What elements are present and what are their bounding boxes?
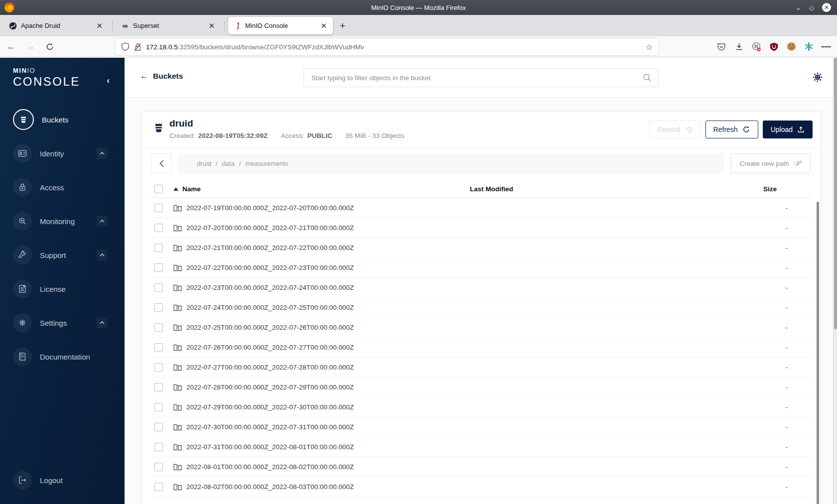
table-row[interactable]: 2022-07-29T00:00:00.000Z_2022-07-30T00:0… bbox=[151, 397, 811, 417]
breadcrumb-back-button[interactable] bbox=[151, 153, 171, 173]
ublock-icon[interactable] bbox=[769, 42, 779, 52]
table-row[interactable]: 2022-07-20T00:00:00.000Z_2022-07-21T00:0… bbox=[151, 218, 811, 238]
new-tab-button[interactable]: + bbox=[340, 20, 345, 31]
table-row[interactable]: 2022-07-26T00:00:00.000Z_2022-07-27T00:0… bbox=[151, 338, 811, 358]
sidebar-item-logout[interactable]: Logout bbox=[0, 469, 125, 491]
table-row[interactable]: 2022-07-19T00:00:00.000Z_2022-07-20T00:0… bbox=[151, 198, 811, 218]
shield-icon[interactable] bbox=[121, 42, 130, 51]
url-text[interactable]: 172.18.0.5:32595/buckets/druid/browse/ZG… bbox=[146, 43, 646, 51]
object-name[interactable]: 2022-07-24T00:00:00.000Z_2022-07-25T00:0… bbox=[186, 304, 354, 311]
chevron-up-icon[interactable] bbox=[97, 317, 108, 328]
table-row[interactable]: 2022-07-27T00:00:00.000Z_2022-07-28T00:0… bbox=[151, 358, 811, 378]
table-row[interactable]: 2022-07-28T00:00:00.000Z_2022-07-29T00:0… bbox=[151, 378, 811, 397]
chevron-up-icon[interactable] bbox=[97, 250, 108, 260]
create-new-path-button[interactable]: Create new path bbox=[731, 153, 811, 173]
forward-button[interactable]: → bbox=[26, 42, 35, 52]
row-checkbox[interactable] bbox=[154, 283, 163, 292]
sidebar-item-support[interactable]: Support bbox=[0, 244, 125, 266]
chevron-up-icon[interactable] bbox=[97, 216, 108, 227]
sidebar-collapse-icon[interactable]: ‹ bbox=[107, 76, 110, 86]
window-maximize-icon[interactable]: ◇ bbox=[809, 4, 814, 11]
rewind-button[interactable]: Rewind bbox=[649, 121, 701, 138]
url-bar[interactable]: 172.18.0.5:32595/buckets/druid/browse/ZG… bbox=[115, 38, 659, 55]
sidebar-item-license[interactable]: License bbox=[0, 278, 125, 300]
breadcrumb-segment[interactable]: druid bbox=[197, 160, 211, 167]
size-column-header[interactable]: Size bbox=[741, 185, 811, 193]
table-row[interactable]: 2022-07-25T00:00:00.000Z_2022-07-26T00:0… bbox=[151, 318, 811, 338]
page-scrollbar[interactable] bbox=[833, 58, 837, 504]
object-name[interactable]: 2022-07-22T00:00:00.000Z_2022-07-23T00:0… bbox=[186, 264, 354, 271]
tab-apache-druid[interactable]: Apache Druid ✕ bbox=[4, 17, 109, 34]
table-row[interactable]: 2022-08-01T00:00:00.000Z_2022-08-02T00:0… bbox=[151, 457, 811, 477]
row-checkbox[interactable] bbox=[154, 403, 163, 411]
object-name[interactable]: 2022-07-19T00:00:00.000Z_2022-07-20T00:0… bbox=[186, 204, 354, 212]
row-checkbox[interactable] bbox=[154, 263, 163, 272]
breadcrumb-segment[interactable]: data bbox=[211, 160, 235, 167]
object-name[interactable]: 2022-07-29T00:00:00.000Z_2022-07-30T00:0… bbox=[186, 403, 354, 411]
object-name[interactable]: 2022-07-21T00:00:00.000Z_2022-07-22T00:0… bbox=[186, 244, 354, 252]
bookmark-star-icon[interactable]: ☆ bbox=[646, 42, 653, 52]
table-row[interactable]: 2022-07-24T00:00:00.000Z_2022-07-25T00:0… bbox=[151, 298, 811, 318]
window-minimize-icon[interactable]: ⌄ bbox=[796, 4, 801, 11]
table-row[interactable]: 2022-07-30T00:00:00.000Z_2022-07-31T00:0… bbox=[151, 417, 811, 437]
row-checkbox[interactable] bbox=[154, 383, 163, 391]
tab-close-icon[interactable]: ✕ bbox=[207, 22, 216, 29]
tab-superset[interactable]: ∞ Superset ✕ bbox=[116, 17, 221, 34]
settings-gear-button[interactable] bbox=[811, 71, 824, 84]
row-checkbox[interactable] bbox=[154, 443, 163, 451]
pocket-icon[interactable] bbox=[716, 42, 726, 52]
chevron-up-icon[interactable] bbox=[97, 148, 108, 159]
tab-close-icon[interactable]: ✕ bbox=[95, 22, 104, 29]
table-row[interactable]: 2022-07-31T00:00:00.000Z_2022-08-01T00:0… bbox=[151, 437, 811, 457]
row-checkbox[interactable] bbox=[154, 363, 163, 372]
colorful-asterisk-icon[interactable] bbox=[804, 42, 814, 52]
object-name[interactable]: 2022-07-25T00:00:00.000Z_2022-07-26T00:0… bbox=[186, 324, 354, 331]
sidebar-item-monitoring[interactable]: Monitoring bbox=[0, 210, 125, 232]
row-checkbox[interactable] bbox=[154, 244, 163, 252]
menu-hamburger-icon[interactable] bbox=[821, 42, 831, 52]
object-name[interactable]: 2022-07-20T00:00:00.000Z_2022-07-21T00:0… bbox=[186, 224, 354, 232]
row-checkbox[interactable] bbox=[154, 204, 163, 212]
sidebar-item-settings[interactable]: Settings bbox=[0, 312, 125, 334]
row-checkbox[interactable] bbox=[154, 483, 163, 491]
sidebar-item-buckets[interactable]: Buckets bbox=[0, 109, 125, 130]
sort-asc-icon[interactable] bbox=[173, 187, 178, 191]
table-row[interactable]: 2022-07-23T00:00:00.000Z_2022-07-24T00:0… bbox=[151, 278, 811, 298]
refresh-button[interactable]: Refresh bbox=[705, 121, 758, 138]
object-name[interactable]: 2022-08-01T00:00:00.000Z_2022-08-02T00:0… bbox=[186, 463, 354, 471]
tab-close-icon[interactable]: ✕ bbox=[319, 22, 328, 29]
breadcrumb-segment[interactable]: measurements bbox=[235, 160, 288, 167]
object-name[interactable]: 2022-07-28T00:00:00.000Z_2022-07-29T00:0… bbox=[186, 383, 354, 391]
search-input[interactable] bbox=[304, 74, 643, 82]
last-modified-column-header[interactable]: Last Modified bbox=[470, 185, 741, 193]
back-button[interactable]: ← bbox=[7, 42, 15, 52]
row-checkbox[interactable] bbox=[154, 463, 163, 471]
object-name[interactable]: 2022-07-31T00:00:00.000Z_2022-08-01T00:0… bbox=[186, 443, 354, 451]
sidebar-item-access[interactable]: Access bbox=[0, 176, 125, 198]
object-name[interactable]: 2022-07-26T00:00:00.000Z_2022-07-27T00:0… bbox=[186, 344, 354, 351]
page-scrollbar-thumb[interactable] bbox=[834, 58, 837, 329]
table-row[interactable]: 2022-07-22T00:00:00.000Z_2022-07-23T00:0… bbox=[151, 258, 811, 278]
row-checkbox[interactable] bbox=[154, 323, 163, 332]
breadcrumb[interactable]: druiddatameasurements bbox=[178, 153, 724, 173]
object-name[interactable]: 2022-07-30T00:00:00.000Z_2022-07-31T00:0… bbox=[186, 423, 354, 431]
table-scrollbar[interactable] bbox=[817, 202, 819, 504]
lock-insecure-icon[interactable] bbox=[134, 43, 141, 51]
row-checkbox[interactable] bbox=[154, 343, 163, 352]
reload-button[interactable] bbox=[46, 43, 54, 51]
name-column-header[interactable]: Name bbox=[182, 185, 201, 193]
object-name[interactable]: 2022-08-02T00:00:00.000Z_2022-08-03T00:0… bbox=[186, 483, 354, 491]
table-row[interactable]: 2022-07-21T00:00:00.000Z_2022-07-22T00:0… bbox=[151, 238, 811, 258]
upload-button[interactable]: Upload bbox=[763, 121, 813, 138]
sidebar-item-identity[interactable]: Identity bbox=[0, 142, 125, 164]
object-name[interactable]: 2022-07-27T00:00:00.000Z_2022-07-28T00:0… bbox=[186, 364, 354, 371]
window-close-icon[interactable]: ✕ bbox=[822, 3, 831, 12]
back-to-buckets-link[interactable]: ← Buckets bbox=[140, 71, 183, 81]
select-all-checkbox[interactable] bbox=[154, 185, 163, 193]
cookie-icon[interactable] bbox=[786, 42, 796, 52]
download-icon[interactable] bbox=[734, 42, 744, 52]
object-name[interactable]: 2022-07-23T00:00:00.000Z_2022-07-24T00:0… bbox=[186, 284, 354, 291]
extension-icon[interactable] bbox=[751, 42, 761, 52]
row-checkbox[interactable] bbox=[154, 224, 163, 232]
row-checkbox[interactable] bbox=[154, 303, 163, 312]
